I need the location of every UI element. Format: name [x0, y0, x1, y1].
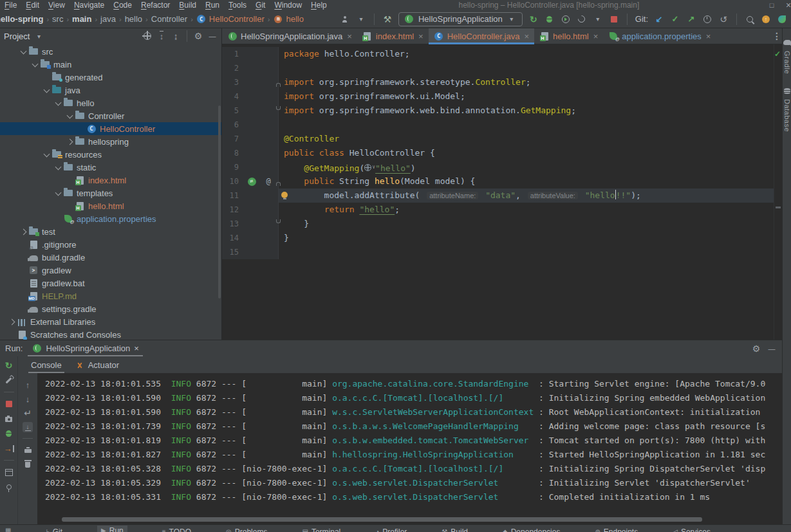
jump-to-console-icon[interactable] [4, 443, 14, 454]
tree-item-hellospring[interactable]: hellospring [0, 135, 221, 148]
tree-item--gitignore[interactable]: .gitignore [0, 238, 221, 251]
code-content[interactable]: model.addAttribute( attributeName: "data… [279, 188, 774, 203]
statusbar-item-terminal[interactable]: ▤Terminal [302, 527, 340, 532]
hide-run-panel-icon[interactable] [767, 344, 777, 354]
update-notification-icon[interactable] [761, 14, 771, 24]
code-content[interactable]: public class HelloController { [279, 146, 774, 160]
tab-application-properties[interactable]: application.properties× [603, 28, 716, 44]
coverage-button[interactable] [577, 14, 587, 24]
debug-button[interactable] [544, 14, 555, 24]
prev-message-icon[interactable] [23, 380, 33, 390]
menu-tools[interactable]: Tools [224, 1, 251, 10]
tab-hello-html[interactable]: hello.html× [534, 28, 603, 44]
profile-dropdown-icon[interactable] [356, 14, 366, 24]
expand-all-icon[interactable] [156, 31, 167, 41]
intention-bulb-icon[interactable] [281, 192, 289, 199]
tree-chevron-icon[interactable] [53, 192, 63, 195]
tab-hellospringapplication-java[interactable]: HelloSpringApplication.java× [222, 28, 357, 44]
breadcrumb-item-src[interactable]: src [50, 14, 65, 24]
tree-item-scratches-and-consoles[interactable]: Scratches and Consoles [0, 328, 221, 340]
tool-window-gradle[interactable]: Gradle [782, 37, 791, 74]
tree-chevron-icon[interactable] [53, 166, 63, 169]
statusbar-item-endpoints[interactable]: ⊚Endpoints [595, 527, 638, 532]
menu-help[interactable]: Help [306, 1, 331, 10]
build-hammer-icon[interactable] [382, 14, 393, 24]
tree-chevron-icon[interactable] [41, 89, 51, 92]
menu-view[interactable]: View [44, 1, 70, 10]
attach-debugger-icon[interactable] [4, 428, 14, 439]
code-content[interactable] [279, 61, 774, 75]
soft-wrap-icon[interactable] [23, 408, 33, 418]
code-content[interactable] [279, 245, 774, 259]
code-line-14[interactable]: 14} [222, 231, 774, 245]
select-opened-file-icon[interactable] [142, 31, 153, 41]
code-content[interactable]: import org.springframework.web.bind.anno… [279, 104, 774, 118]
next-message-icon[interactable] [23, 394, 33, 404]
breadcrumb-item-java[interactable]: java [98, 14, 118, 24]
menu-window[interactable]: Window [270, 1, 306, 10]
breadcrumb-item-hello-spring[interactable]: hello-spring [0, 14, 45, 24]
collapse-all-icon[interactable] [171, 31, 181, 41]
code-editor[interactable]: 1package hello.Controller;23import org.s… [222, 44, 774, 340]
tree-item-hello-html[interactable]: hello.html [0, 199, 221, 212]
tree-item-resources[interactable]: resources [0, 148, 221, 161]
more-run-options-icon[interactable] [593, 14, 603, 24]
breadcrumb-item-controller[interactable]: Controller [149, 14, 189, 24]
scroll-to-end-icon[interactable] [23, 422, 33, 432]
close-icon[interactable]: × [524, 32, 529, 41]
menu-build[interactable]: Build [174, 1, 201, 10]
maximize-button[interactable] [767, 0, 777, 10]
stop-button[interactable] [609, 14, 619, 24]
code-line-5[interactable]: 5import org.springframework.web.bind.ann… [222, 104, 774, 118]
tree-chevron-icon[interactable] [30, 63, 40, 66]
breadcrumb-item-hello[interactable]: hello [123, 14, 144, 24]
tree-item-templates[interactable]: templates [0, 187, 221, 199]
git-history-icon[interactable] [702, 14, 712, 24]
tree-chevron-icon[interactable] [64, 140, 75, 144]
menu-navigate[interactable]: Navigate [70, 1, 109, 10]
console-output[interactable]: 2022-02-13 18:01:01.535 INFO 6872 --- [ … [37, 373, 782, 524]
pin-tab-icon[interactable] [4, 482, 14, 492]
tree-item-gradlew[interactable]: gradlew [0, 264, 221, 277]
tree-item-build-gradle[interactable]: build.gradle [0, 251, 221, 264]
menu-file[interactable]: File [0, 1, 21, 10]
close-icon[interactable]: × [134, 344, 139, 353]
profile-icon[interactable] [340, 14, 350, 24]
tree-item-index-html[interactable]: index.html [0, 174, 221, 187]
code-content[interactable]: public String hello(Model model) { [279, 174, 774, 188]
run-tab-hellospringapplication[interactable]: HelloSpringApplication × [28, 340, 142, 356]
code-content[interactable]: package hello.Controller; [279, 47, 774, 61]
tree-chevron-icon[interactable] [18, 50, 28, 53]
code-with-me-icon[interactable] [777, 14, 787, 24]
code-content[interactable]: import org.springframework.stereotype.Co… [279, 75, 774, 89]
statusbar-item-build[interactable]: ⚒Build [442, 527, 468, 532]
close-icon[interactable]: × [593, 32, 599, 41]
rerun-button[interactable] [4, 360, 14, 371]
code-line-6[interactable]: 6 [222, 118, 774, 132]
code-content[interactable]: } [279, 217, 774, 231]
code-line-9[interactable]: 9 @GetMapping(∨"hello") [222, 160, 774, 174]
git-update-button[interactable] [654, 14, 664, 24]
code-line-10[interactable]: 10 public String hello(Model model) { [222, 174, 774, 188]
code-content[interactable]: return "hello"; [279, 203, 774, 217]
tool-window-switcher-icon[interactable]: ▦ [5, 527, 11, 532]
git-push-button[interactable] [686, 14, 696, 24]
tree-item-hello[interactable]: hello [0, 96, 221, 109]
breadcrumb-item-hellocontroller[interactable]: HelloController [194, 14, 266, 24]
profiler-button[interactable] [561, 14, 571, 24]
tree-chevron-icon[interactable] [53, 102, 63, 105]
tree-item-java[interactable]: java [0, 84, 221, 96]
breadcrumb-item-hello[interactable]: hello [271, 14, 305, 24]
tree-chevron-icon[interactable] [64, 115, 75, 118]
tree-item-generated[interactable]: generated [0, 71, 221, 84]
statusbar-item-dependencies[interactable]: ◆Dependencies [503, 527, 560, 532]
project-tree-scrollbar[interactable] [218, 105, 221, 298]
code-line-7[interactable]: 7@Controller [222, 132, 774, 146]
statusbar-item-profiler[interactable]: ◔Profiler [375, 527, 407, 532]
project-view-selector[interactable]: Project [4, 31, 44, 41]
tree-item-gradlew-bat[interactable]: gradlew.bat [0, 277, 221, 289]
tree-item-hellocontroller[interactable]: HelloController [0, 122, 221, 135]
statusbar-item-git[interactable]: ⊦Git [46, 527, 62, 532]
tree-item-controller[interactable]: Controller [0, 109, 221, 122]
git-rollback-button[interactable] [718, 14, 729, 24]
